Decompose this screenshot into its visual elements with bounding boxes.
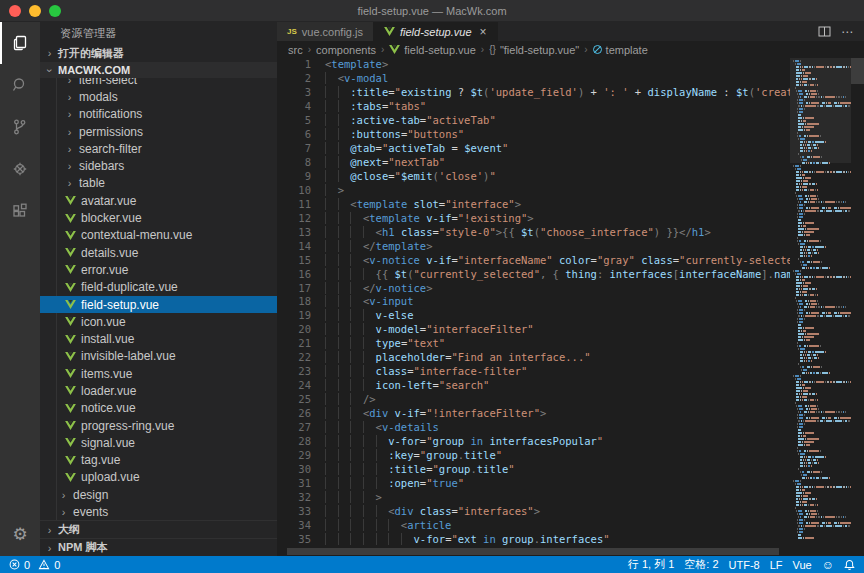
npm-scripts-section[interactable]: › NPM 脚本 [40, 538, 277, 556]
code-line[interactable]: 24 icon-left="search" [277, 379, 864, 393]
tree-file-notice.vue[interactable]: notice.vue [40, 400, 277, 417]
problems-indicator[interactable]: 0 0 [9, 559, 60, 571]
horizontal-scrollbar-thumb[interactable] [287, 548, 779, 555]
breadcrumb-item-1[interactable]: src [288, 44, 303, 56]
line-number: 21 [277, 337, 311, 351]
code-line[interactable]: 31 :open="true" [277, 477, 864, 491]
tree-folder-table[interactable]: ›table [40, 175, 277, 192]
tree-file-signal.vue[interactable]: signal.vue [40, 434, 277, 451]
split-editor-icon[interactable] [818, 26, 831, 37]
breadcrumb-item-4[interactable]: {}"field-setup.vue" [489, 44, 579, 56]
tree-folder-modals[interactable]: ›modals [40, 88, 277, 105]
code-line[interactable]: 32 > [277, 491, 864, 505]
more-actions-icon[interactable]: ⋯ [841, 25, 854, 39]
code-line[interactable]: 10 > [277, 184, 864, 198]
code-line[interactable]: 25 /> [277, 393, 864, 407]
minimap[interactable] [790, 58, 851, 547]
code-line[interactable]: 6 :buttons="buttons" [277, 128, 864, 142]
minimap-line [793, 486, 851, 488]
code-line[interactable]: 9 @close="$emit('close')" [277, 170, 864, 184]
tab-vue.config.js[interactable]: JSvue.config.js [277, 22, 374, 41]
tree-file-details.vue[interactable]: details.vue [40, 244, 277, 261]
code-line[interactable]: 15 <v-notice v-if="interfaceName" color=… [277, 254, 864, 268]
status-language-mode[interactable]: Vue [793, 559, 812, 571]
explorer-icon[interactable] [0, 22, 40, 64]
tree-file-upload.vue[interactable]: upload.vue [40, 469, 277, 486]
breadcrumb-item-3[interactable]: field-setup.vue [389, 44, 476, 56]
search-icon[interactable] [0, 64, 40, 106]
code-line[interactable]: 22 placeholder="Find an interface..." [277, 351, 864, 365]
code-line[interactable]: 3 :title="existing ? $t('update_field') … [277, 86, 864, 100]
tree-file-contextual-menu.vue[interactable]: contextual-menu.vue [40, 227, 277, 244]
outline-section[interactable]: › 大纲 [40, 520, 277, 538]
breadcrumb-item-5[interactable]: template [593, 44, 648, 56]
close-tab-icon[interactable]: × [480, 25, 487, 39]
status-encoding[interactable]: UTF-8 [729, 559, 760, 571]
minimap-line [793, 102, 851, 104]
extensions-icon[interactable] [0, 190, 40, 232]
code-line[interactable]: 18 <v-input [277, 295, 864, 309]
vertical-scrollbar[interactable] [851, 58, 864, 547]
code-editor[interactable]: 1<template>2 <v-modal3 :title="existing … [277, 58, 864, 547]
code-line[interactable]: 5 :active-tab="activeTab" [277, 114, 864, 128]
notifications-bell-icon[interactable] [844, 559, 855, 571]
code-line[interactable]: 8 @next="nextTab" [277, 156, 864, 170]
code-line[interactable]: 28 v-for="group in interfacesPopular" [277, 435, 864, 449]
tree-file-icon.vue[interactable]: icon.vue [40, 313, 277, 330]
code-line[interactable]: 33 <div class="interfaces"> [277, 505, 864, 519]
minimap-line [793, 363, 851, 365]
debug-icon[interactable] [0, 148, 40, 190]
settings-gear-icon[interactable]: ⚙ [0, 512, 40, 556]
code-line[interactable]: 14 </template> [277, 240, 864, 254]
open-editors-section[interactable]: › 打开的编辑器 [40, 44, 277, 62]
vue-file-icon [65, 438, 76, 447]
code-line[interactable]: 2 <v-modal [277, 72, 864, 86]
tree-folder-permissions[interactable]: ›permissions [40, 123, 277, 140]
code-line[interactable]: 30 :title="group.title" [277, 463, 864, 477]
workspace-root-section[interactable]: › MACWK.COM [40, 62, 277, 78]
code-line[interactable]: 17 </v-notice> [277, 282, 864, 296]
code-line[interactable]: 16 {{ $t("currently_selected", { thing: … [277, 268, 864, 282]
code-line[interactable]: 20 v-model="interfaceFilter" [277, 323, 864, 337]
code-line[interactable]: 19 v-else [277, 309, 864, 323]
code-line[interactable]: 21 type="text" [277, 337, 864, 351]
code-line[interactable]: 4 :tabs="tabs" [277, 100, 864, 114]
tab-field-setup.vue[interactable]: field-setup.vue× [374, 22, 498, 41]
tree-folder-search-filter[interactable]: ›search-filter [40, 140, 277, 157]
status-cursor-position[interactable]: 行 1, 列 1 [628, 557, 674, 572]
code-line[interactable]: 27 <v-details [277, 421, 864, 435]
code-line[interactable]: 29 :key="group.title" [277, 449, 864, 463]
code-line[interactable]: 12 <template v-if="!existing"> [277, 212, 864, 226]
code-line[interactable]: 35 v-for="ext in group.interfaces" [277, 533, 864, 547]
tree-file-error.vue[interactable]: error.vue [40, 261, 277, 278]
tree-file-progress-ring.vue[interactable]: progress-ring.vue [40, 417, 277, 434]
tree-file-items.vue[interactable]: items.vue [40, 365, 277, 382]
tree-file-blocker.vue[interactable]: blocker.vue [40, 209, 277, 226]
tree-file-invisible-label.vue[interactable]: invisible-label.vue [40, 348, 277, 365]
tree-folder-notifications[interactable]: ›notifications [40, 106, 277, 123]
status-indentation[interactable]: 空格: 2 [684, 557, 718, 572]
code-line[interactable]: 13 <h1 class="style-0">{{ $t("choose_int… [277, 226, 864, 240]
tree-folder-item-select[interactable]: ›item-select [40, 78, 277, 88]
code-line[interactable]: 1<template> [277, 58, 864, 72]
tree-file-field-setup.vue[interactable]: field-setup.vue [40, 296, 277, 313]
tree-folder-sidebars[interactable]: ›sidebars [40, 157, 277, 174]
tree-file-install.vue[interactable]: install.vue [40, 330, 277, 347]
horizontal-scrollbar[interactable] [277, 547, 864, 556]
tree-file-field-duplicate.vue[interactable]: field-duplicate.vue [40, 279, 277, 296]
code-line[interactable]: 26 <div v-if="!interfaceFilter"> [277, 407, 864, 421]
tree-file-avatar.vue[interactable]: avatar.vue [40, 192, 277, 209]
status-eol[interactable]: LF [770, 559, 783, 571]
tree-file-tag.vue[interactable]: tag.vue [40, 452, 277, 469]
source-control-icon[interactable] [0, 106, 40, 148]
tree-folder-events[interactable]: ›events [40, 503, 277, 520]
breadcrumb-item-2[interactable]: components [316, 44, 376, 56]
code-line[interactable]: 7 @tab="activeTab = $event" [277, 142, 864, 156]
tree-folder-design[interactable]: ›design [40, 486, 277, 503]
code-line[interactable]: 11 <template slot="interface"> [277, 198, 864, 212]
feedback-smiley-icon[interactable]: ☺ [822, 558, 834, 572]
tree-file-loader.vue[interactable]: loader.vue [40, 382, 277, 399]
vertical-scrollbar-thumb[interactable] [851, 58, 864, 84]
code-line[interactable]: 34 <article [277, 519, 864, 533]
code-line[interactable]: 23 class="interface-filter" [277, 365, 864, 379]
